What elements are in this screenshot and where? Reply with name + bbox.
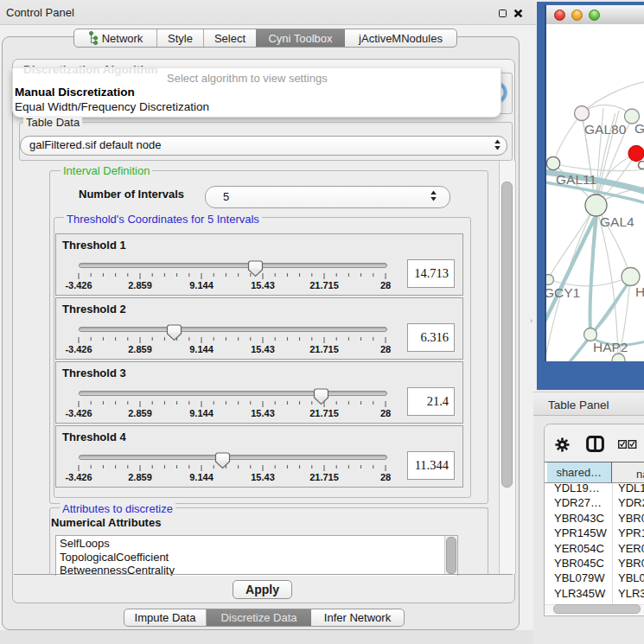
svg-text:GAL11: GAL11 bbox=[556, 172, 596, 187]
svg-text:GAL4: GAL4 bbox=[600, 214, 634, 229]
svg-text:HAP2: HAP2 bbox=[593, 340, 628, 354]
svg-text:H: H bbox=[635, 284, 644, 299]
svg-text:GCY1: GCY1 bbox=[546, 285, 580, 300]
svg-text:C: C bbox=[637, 157, 644, 172]
svg-text:GA: GA bbox=[634, 121, 644, 136]
svg-text:GAL80: GAL80 bbox=[584, 122, 627, 137]
